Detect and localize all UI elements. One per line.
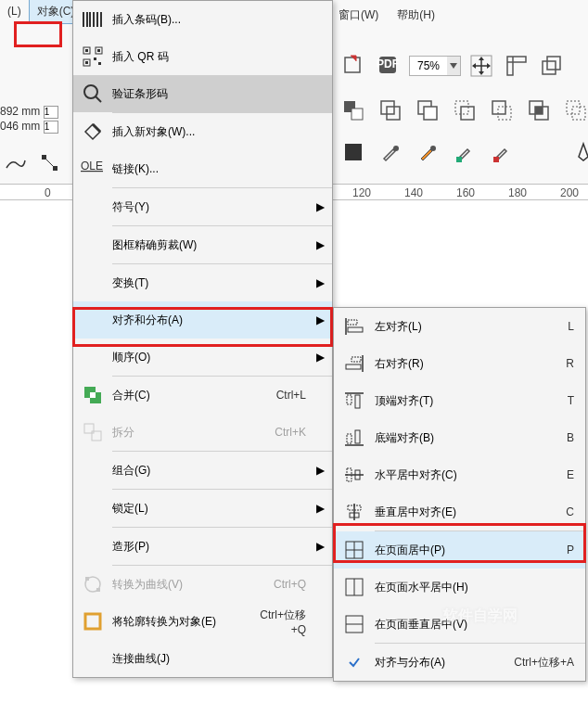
fill-tool-icon[interactable] xyxy=(339,137,368,167)
svg-rect-27 xyxy=(53,166,58,171)
qr-icon xyxy=(73,46,112,67)
width-stepper[interactable] xyxy=(44,106,58,119)
svg-rect-19 xyxy=(567,101,580,114)
menu-powerclip[interactable]: 图框精确剪裁(W) ▶ xyxy=(73,226,332,263)
to-curves-icon xyxy=(73,574,112,594)
svg-rect-7 xyxy=(352,109,363,120)
node-tool-icon[interactable] xyxy=(35,148,65,178)
pdf-icon[interactable]: PDF xyxy=(374,51,403,81)
menu-center-page-horizontal[interactable]: 在页面水平居中(H) xyxy=(334,569,585,606)
ruler-icon[interactable] xyxy=(502,51,531,81)
svg-text:OLE: OLE xyxy=(81,160,103,173)
svg-rect-51 xyxy=(347,395,352,404)
export-icon[interactable] xyxy=(339,51,368,81)
menu-break: 拆分 Ctrl+K xyxy=(73,414,332,451)
menu-outline-to-object[interactable]: 将轮廓转换为对象(E) Ctrl+位移+Q xyxy=(73,603,332,640)
menu-lock[interactable]: 锁定(L) ▶ xyxy=(73,490,332,527)
svg-rect-12 xyxy=(455,101,468,114)
align-left-icon xyxy=(334,316,375,337)
eyedropper-2-icon[interactable] xyxy=(413,137,442,167)
move-tool-icon[interactable] xyxy=(467,51,496,81)
shape-tool-7-icon[interactable] xyxy=(561,96,588,125)
zoom-combo[interactable]: 75% xyxy=(409,56,461,76)
menu-insert-qr[interactable]: 插入 QR 码 xyxy=(73,38,332,75)
menu-center-horizontal[interactable]: 水平居中对齐(C) E xyxy=(334,456,585,493)
freehand-icon[interactable] xyxy=(0,148,30,178)
toolbar-row-3 xyxy=(339,96,588,125)
svg-text:PDF: PDF xyxy=(377,58,399,70)
menu-item-window[interactable]: 窗口(W) xyxy=(339,7,378,23)
eyedropper-1-icon[interactable] xyxy=(376,137,405,167)
menu-item-l[interactable]: (L) xyxy=(0,1,29,21)
menu-shape[interactable]: 造形(P) ▶ xyxy=(73,528,332,565)
highlight-box-align-distribute xyxy=(72,307,333,347)
shape-tool-1-icon[interactable] xyxy=(339,96,368,125)
left-tools xyxy=(0,148,65,178)
menu-align-left[interactable]: 左对齐(L) L xyxy=(334,308,585,345)
dimension-inputs: 892 mm 046 mm xyxy=(0,104,58,134)
shape-tool-5-icon[interactable] xyxy=(487,96,517,125)
svg-rect-40 xyxy=(90,392,96,398)
eyedropper-3-icon[interactable] xyxy=(450,137,479,167)
svg-rect-35 xyxy=(98,62,101,65)
menu-align-right[interactable]: 右对齐(R) R xyxy=(334,345,585,382)
menu-join-curves[interactable]: 连接曲线(J) xyxy=(73,640,332,677)
svg-rect-9 xyxy=(387,107,400,120)
menu-align-bottom[interactable]: 底端对齐(B) B xyxy=(334,419,585,456)
shape-tool-2-icon[interactable] xyxy=(376,96,405,125)
svg-rect-46 xyxy=(85,614,100,629)
svg-rect-5 xyxy=(547,57,560,70)
menu-group[interactable]: 组合(G) ▶ xyxy=(73,452,332,489)
height-stepper[interactable] xyxy=(44,121,58,134)
menu-combine[interactable]: 合并(C) Ctrl+L xyxy=(73,377,332,414)
menu-links[interactable]: OLE 链接(K)... xyxy=(73,150,332,187)
menu-verify-barcode[interactable]: 验证条形码 xyxy=(73,75,332,112)
svg-rect-26 xyxy=(42,155,46,160)
menu-insert-new-object[interactable]: 插入新对象(W)... xyxy=(73,113,332,150)
menu-transform[interactable]: 变换(T) ▶ xyxy=(73,264,332,301)
pen-tool-icon[interactable] xyxy=(569,137,588,167)
submenu-arrow-icon: ▶ xyxy=(316,200,325,213)
highlight-box-center-page xyxy=(333,523,586,563)
magnifier-icon xyxy=(73,83,112,104)
break-icon xyxy=(73,422,112,442)
highlight-box-object-menu xyxy=(14,21,62,47)
menu-align-top[interactable]: 顶端对齐(T) T xyxy=(334,382,585,419)
menu-insert-barcode[interactable]: 插入条码(B)... xyxy=(73,1,332,38)
combine-icon xyxy=(73,385,112,405)
center-page-h-icon xyxy=(334,577,375,597)
svg-rect-47 xyxy=(348,320,357,325)
svg-rect-4 xyxy=(543,61,556,74)
svg-rect-53 xyxy=(347,434,352,443)
svg-rect-11 xyxy=(424,107,437,120)
svg-rect-21 xyxy=(345,144,362,160)
menu-align-and-distribute-dialog[interactable]: 对齐与分布(A) Ctrl+位移+A xyxy=(334,644,585,681)
menu-bar: (L) 对象(C) xyxy=(0,0,83,22)
align-right-icon xyxy=(334,353,375,374)
align-bottom-icon xyxy=(334,428,375,448)
height-value: 046 mm xyxy=(0,120,40,133)
shape-tool-6-icon[interactable] xyxy=(524,96,554,125)
new-object-icon xyxy=(73,121,112,142)
toolbar-row-4 xyxy=(339,137,588,167)
menu-symbol[interactable]: 符号(Y) ▶ xyxy=(73,188,332,225)
zoom-value: 75% xyxy=(410,59,447,72)
layers-icon[interactable] xyxy=(537,51,567,81)
submenu-arrow-icon: ▶ xyxy=(316,276,325,289)
menu-bar-right: 窗口(W) 帮助(H) xyxy=(339,7,435,23)
svg-rect-13 xyxy=(461,107,474,120)
shape-tool-4-icon[interactable] xyxy=(450,96,479,125)
watermark-text: 软件自学网 xyxy=(443,607,518,626)
check-icon xyxy=(334,656,375,669)
svg-rect-8 xyxy=(381,101,394,114)
shape-tool-3-icon[interactable] xyxy=(413,96,442,125)
chevron-down-icon[interactable] xyxy=(447,57,460,75)
svg-rect-15 xyxy=(498,107,511,120)
menu-item-help[interactable]: 帮助(H) xyxy=(397,7,435,23)
barcode-icon xyxy=(73,10,112,29)
svg-rect-0 xyxy=(345,58,360,72)
svg-rect-24 xyxy=(456,157,462,162)
svg-rect-54 xyxy=(355,430,360,443)
eyedropper-4-icon[interactable] xyxy=(487,137,517,167)
toolbar-row-2: PDF 75% xyxy=(339,51,567,81)
